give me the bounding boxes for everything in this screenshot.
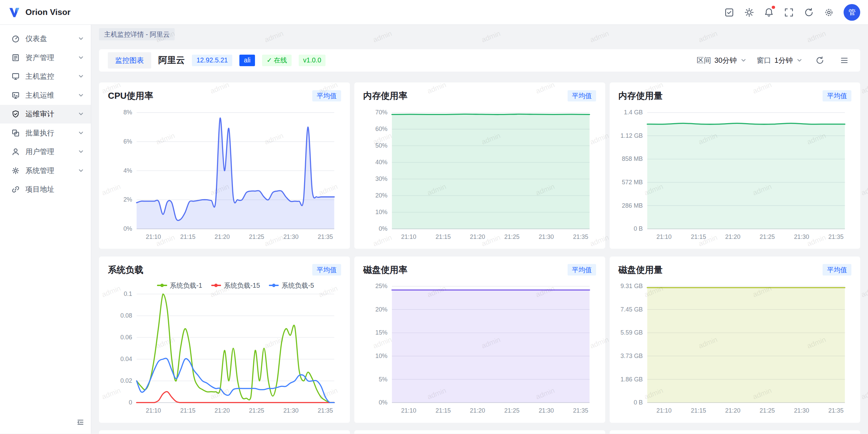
- svg-text:21:35: 21:35: [318, 233, 333, 240]
- svg-text:21:15: 21:15: [691, 407, 706, 414]
- sidebar-item-host-monitor[interactable]: 主机监控: [0, 67, 91, 86]
- sidebar-item-batch-exec[interactable]: 批量执行: [0, 124, 91, 143]
- refresh-icon[interactable]: [801, 4, 817, 21]
- user-avatar[interactable]: 管: [844, 4, 860, 21]
- host-ip-tag: 12.92.5.21: [192, 55, 232, 66]
- window-select-label: 窗口: [757, 56, 771, 65]
- svg-text:21:25: 21:25: [760, 233, 775, 240]
- svg-text:21:35: 21:35: [828, 407, 844, 414]
- svg-text:0.06: 0.06: [120, 334, 132, 341]
- svg-text:21:25: 21:25: [504, 407, 519, 414]
- svg-text:21:20: 21:20: [725, 233, 741, 240]
- svg-text:21:10: 21:10: [656, 407, 672, 414]
- svg-text:0%: 0%: [379, 399, 388, 406]
- svg-text:30%: 30%: [375, 175, 388, 182]
- svg-text:21:15: 21:15: [180, 407, 196, 414]
- chart-title: 磁盘使用率: [363, 264, 408, 276]
- svg-text:0.02: 0.02: [120, 378, 132, 384]
- sidebar-item-label: 用户管理: [25, 147, 72, 156]
- svg-text:21:15: 21:15: [435, 407, 451, 414]
- svg-text:21:10: 21:10: [146, 407, 161, 414]
- avg-badge: 平均值: [312, 264, 341, 276]
- svg-text:21:35: 21:35: [318, 407, 333, 414]
- svg-text:572 MB: 572 MB: [622, 179, 643, 186]
- svg-text:0.08: 0.08: [120, 313, 132, 319]
- chevron-down-icon: [78, 35, 84, 42]
- sidebar-item-label: 资产管理: [25, 53, 72, 62]
- svg-text:21:25: 21:25: [249, 407, 264, 414]
- chart-title: 内存使用率: [363, 90, 408, 102]
- chart-refresh-button[interactable]: [813, 53, 827, 68]
- sidebar-collapse-button[interactable]: [74, 416, 86, 428]
- system-load-legend: 系统负载-1系统负载-15系统负载-5: [137, 281, 334, 290]
- svg-text:21:30: 21:30: [283, 233, 299, 240]
- avg-badge: 平均值: [568, 264, 596, 276]
- link-icon: [11, 185, 20, 194]
- chart-layout-menu-button[interactable]: [837, 53, 851, 68]
- svg-text:21:15: 21:15: [691, 233, 706, 240]
- notification-dot: [772, 6, 775, 9]
- disk-usage-amount-chart: 0 B1.86 GB3.73 GB5.59 GB7.45 GB9.31 GB21…: [618, 280, 851, 417]
- app-root: Orion Visor: [0, 0, 868, 434]
- dashboard-icon: [11, 34, 20, 43]
- chart-title: 内存使用量: [618, 90, 663, 102]
- interval-select[interactable]: 区间 30分钟: [697, 56, 747, 65]
- shield-icon: [11, 110, 20, 118]
- svg-text:50%: 50%: [375, 142, 388, 149]
- svg-text:0%: 0%: [123, 225, 132, 232]
- window-select-value: 1分钟: [774, 56, 793, 65]
- version-badge: v1.0.0: [299, 55, 326, 66]
- svg-text:21:35: 21:35: [573, 233, 588, 240]
- svg-text:21:25: 21:25: [760, 407, 775, 414]
- svg-text:21:10: 21:10: [656, 233, 672, 240]
- fullscreen-icon[interactable]: [781, 4, 797, 21]
- svg-text:21:25: 21:25: [249, 233, 264, 240]
- host-label-tag: ali: [239, 55, 255, 66]
- card-system-load: 系统负载 平均值 系统负载-1系统负载-15系统负载-5 00.020.040.…: [99, 257, 350, 423]
- chart-card-partial: [610, 430, 861, 434]
- window-select[interactable]: 窗口 1分钟: [757, 56, 803, 65]
- terminal-icon: [11, 91, 20, 100]
- sidebar-item-dashboard[interactable]: 仪表盘: [0, 30, 91, 49]
- svg-text:21:15: 21:15: [435, 233, 451, 240]
- svg-text:858 MB: 858 MB: [622, 155, 643, 162]
- legend-item[interactable]: 系统负载-5: [269, 281, 314, 290]
- theme-toggle-icon[interactable]: [741, 4, 757, 21]
- sidebar-item-assets[interactable]: 资产管理: [0, 48, 91, 67]
- sidebar-item-ops-audit[interactable]: 运维审计: [0, 105, 91, 124]
- monitor-chart-button[interactable]: 监控图表: [108, 52, 151, 69]
- memory-usage-amount-chart: 0 B286 MB572 MB858 MB1.12 GB1.4 GB21:102…: [618, 106, 851, 243]
- svg-text:9.31 GB: 9.31 GB: [620, 283, 643, 290]
- avg-badge: 平均值: [823, 264, 851, 276]
- notifications-bell-icon[interactable]: [761, 4, 777, 21]
- chevron-down-icon: [78, 130, 84, 136]
- sidebar-item-user-mgmt[interactable]: 用户管理: [0, 143, 91, 162]
- svg-text:2%: 2%: [123, 196, 132, 203]
- svg-text:10%: 10%: [375, 209, 388, 215]
- svg-text:5.59 GB: 5.59 GB: [620, 329, 643, 336]
- interval-select-label: 区间: [697, 56, 711, 65]
- sidebar-item-label: 运维审计: [25, 109, 72, 119]
- host-name: 阿里云: [158, 54, 185, 66]
- svg-text:10%: 10%: [375, 353, 388, 359]
- chart-card-partial: [99, 430, 350, 434]
- legend-item[interactable]: 系统负载-1: [157, 281, 202, 290]
- user-icon: [11, 147, 20, 156]
- sidebar-item-label: 系统管理: [25, 166, 72, 175]
- sidebar-item-host-ops[interactable]: 主机运维: [0, 86, 91, 105]
- svg-text:0.04: 0.04: [120, 356, 132, 363]
- sidebar-item-project-link[interactable]: 项目地址: [0, 180, 91, 199]
- svg-text:21:20: 21:20: [215, 233, 230, 240]
- app-title: Orion Visor: [25, 7, 71, 17]
- svg-text:3.73 GB: 3.73 GB: [620, 353, 643, 359]
- svg-text:25%: 25%: [375, 283, 388, 290]
- chart-title: 系统负载: [108, 264, 143, 276]
- settings-gear-icon[interactable]: [821, 4, 837, 21]
- chevron-down-icon: [78, 148, 84, 155]
- overview-check-icon[interactable]: [721, 4, 737, 21]
- sidebar-item-system-mgmt[interactable]: 系统管理: [0, 161, 91, 180]
- svg-text:1.12 GB: 1.12 GB: [620, 132, 643, 139]
- avg-badge: 平均值: [568, 90, 596, 102]
- legend-item[interactable]: 系统负载-15: [211, 281, 260, 290]
- card-cpu-usage: CPU使用率 平均值 0%2%4%6%8%21:1021:1521:2021:2…: [99, 82, 350, 249]
